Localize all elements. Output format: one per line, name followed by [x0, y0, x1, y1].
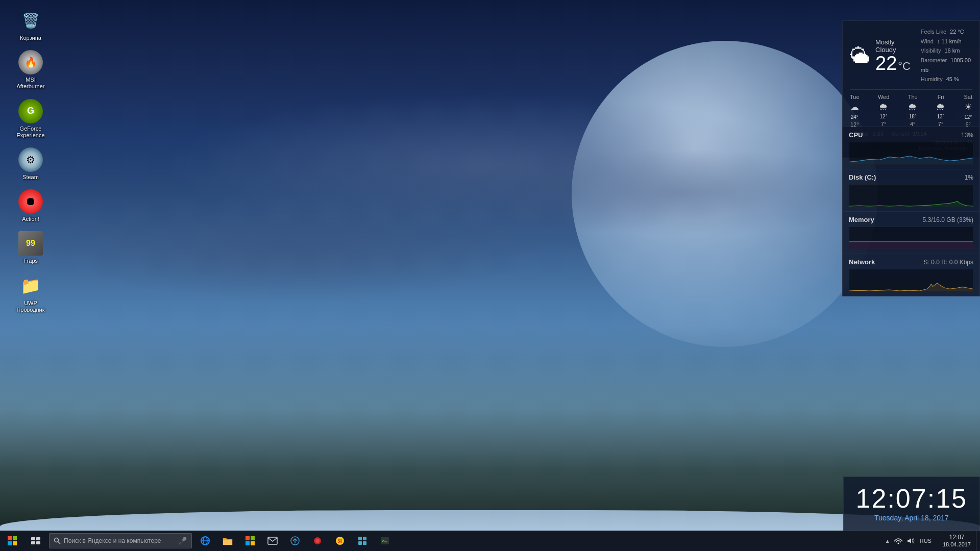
taskbar-app-ie[interactable] [194, 531, 216, 551]
store-icon [245, 536, 255, 546]
taskbar-app-mail[interactable] [261, 531, 284, 551]
taskbar-app-store[interactable] [239, 531, 261, 551]
taskbar-tray: ▲ RUS [880, 531, 938, 551]
geforce-icon: G [18, 99, 43, 123]
svg-rect-13 [223, 540, 232, 545]
desktop-icon-geforce[interactable]: G GeForceExperience [8, 96, 54, 142]
feels-like-row: Feels Like 22 °C [921, 27, 972, 37]
network-value: S: 0.0 R: 0.0 Kbps [924, 259, 973, 266]
forecast-day-fri: Fri 🌧 13° 7° [936, 94, 945, 128]
terminal-icon [380, 536, 390, 546]
forecast-tue-icon: ☁ [850, 102, 859, 113]
network-label: Network [849, 258, 875, 266]
uwp-explorer-icon: 📁 [18, 273, 43, 298]
wind-value: ↑ 11 km/h [937, 38, 962, 44]
cpu-label: CPU [849, 131, 863, 139]
mail-icon [267, 537, 278, 545]
disk-graph [849, 184, 973, 207]
svg-rect-7 [36, 541, 40, 544]
task-view-button[interactable] [24, 531, 47, 551]
sysmon-memory-section: Memory 5.3/16.0 GB (33%) [843, 212, 979, 254]
yandex-icon: Я [335, 536, 345, 546]
forecast-tue-high: 24° [851, 114, 859, 120]
weather-icon: 🌥 [850, 44, 870, 67]
disk-label: Disk (C:) [849, 173, 876, 181]
svg-point-8 [55, 538, 59, 542]
memory-value: 5.3/16.0 GB (33%) [923, 216, 973, 223]
taskbar-app-unknown3[interactable] [374, 531, 396, 551]
svg-rect-17 [251, 541, 255, 545]
tray-icon-network[interactable] [893, 536, 903, 546]
forecast-day-sat: Sat ☀ 12° 6° [964, 94, 972, 128]
svg-rect-25 [358, 537, 362, 540]
tray-expand-button[interactable]: ▲ [884, 536, 891, 546]
weather-forecast: Tue ☁ 24° 12° Wed 🌧 12° 7° Thu 🌧 18° 4° … [850, 89, 972, 128]
steam-label: Steam [22, 174, 39, 181]
forecast-sat-label: Sat [964, 94, 972, 100]
taskbar-search-box[interactable]: 🎤 [49, 533, 192, 548]
explorer-icon [223, 536, 233, 545]
network-tray-icon [894, 537, 902, 544]
forecast-thu-icon: 🌧 [908, 102, 917, 112]
forecast-day-thu: Thu 🌧 18° 4° [908, 94, 918, 128]
forecast-fri-high: 13° [937, 114, 945, 119]
microphone-icon[interactable]: 🎤 [178, 537, 187, 545]
tray-language[interactable]: RUS [918, 536, 934, 546]
clock-date: Tuesday, April 18, 2017 [856, 514, 967, 522]
record-icon [312, 536, 323, 546]
humidity-row: Humidity 45 % [921, 74, 972, 84]
forecast-day-wed: Wed 🌧 12° 7° [878, 94, 889, 128]
fraps-label: Fraps [23, 258, 38, 264]
clock-time: 12:07:15 [856, 485, 967, 512]
sysmon-widget: CPU 13% Disk (C:) 1% Memory 5.3/16.0 GB … [842, 127, 980, 296]
recycle-bin-icon: 🗑️ [18, 8, 43, 33]
memory-label: Memory [849, 216, 874, 223]
svg-rect-4 [31, 537, 35, 540]
desktop-icon-recycle-bin[interactable]: 🗑️ Корзина [8, 5, 54, 44]
clock-widget: 12:07:15 Tuesday, April 18, 2017 [843, 477, 980, 531]
action-label: Action! [22, 216, 39, 222]
taskbar-date: 18.04.2017 [943, 541, 971, 547]
show-desktop-button[interactable] [976, 531, 980, 551]
windows-logo-icon [8, 536, 17, 545]
forecast-tue-label: Tue [850, 94, 860, 100]
desktop-icon-fraps[interactable]: 99 Fraps [8, 228, 54, 267]
search-input[interactable] [64, 537, 176, 544]
forecast-thu-label: Thu [908, 94, 918, 100]
sysmon-network-section: Network S: 0.0 R: 0.0 Kbps [843, 254, 979, 296]
taskbar-app-recording[interactable] [306, 531, 329, 551]
desktop-icon-msi-afterburner[interactable]: 🔥 MSIAfterburner [8, 47, 54, 93]
taskbar-app-unknown1[interactable] [284, 531, 306, 551]
humidity-value: 45 % [946, 76, 959, 82]
search-icon [54, 537, 61, 544]
forecast-day-tue: Tue ☁ 24° 12° [850, 94, 860, 128]
desktop-icons-area: 🗑️ Корзина 🔥 MSIAfterburner G GeForceExp… [0, 0, 61, 531]
recycle-bin-label: Корзина [20, 35, 41, 41]
feels-like-label: Feels Like [921, 29, 946, 35]
sysmon-disk-section: Disk (C:) 1% [843, 169, 979, 212]
taskbar-app-unknown2[interactable] [351, 531, 374, 551]
desktop-icon-action[interactable]: ⏺ Action! [8, 186, 54, 226]
humidity-label: Humidity [921, 76, 943, 82]
svg-rect-15 [251, 536, 255, 540]
svg-rect-0 [8, 536, 12, 540]
desktop-icon-steam[interactable]: ⚙ Steam [8, 144, 54, 184]
settings-grid-icon [357, 536, 368, 546]
start-button[interactable] [0, 531, 24, 551]
tray-icon-volume[interactable] [905, 536, 916, 546]
desktop-icon-uwp-explorer[interactable]: 📁 UWPПроводник [8, 270, 54, 316]
svg-rect-14 [246, 536, 250, 540]
cpu-value: 13% [961, 132, 973, 139]
taskbar-apps: Я [194, 531, 880, 551]
fraps-icon: 99 [18, 231, 43, 256]
taskbar-clock[interactable]: 12:07 18.04.2017 [938, 531, 976, 551]
forecast-wed-icon: 🌧 [879, 102, 888, 112]
steam-icon: ⚙ [18, 147, 43, 172]
action-icon: ⏺ [18, 189, 43, 214]
svg-rect-28 [363, 541, 366, 545]
taskbar-app-explorer[interactable] [216, 531, 239, 551]
taskbar-app-yandex[interactable]: Я [329, 531, 351, 551]
msi-afterburner-label: MSIAfterburner [16, 77, 44, 90]
taskbar: 🎤 [0, 531, 980, 551]
svg-rect-1 [13, 536, 17, 540]
